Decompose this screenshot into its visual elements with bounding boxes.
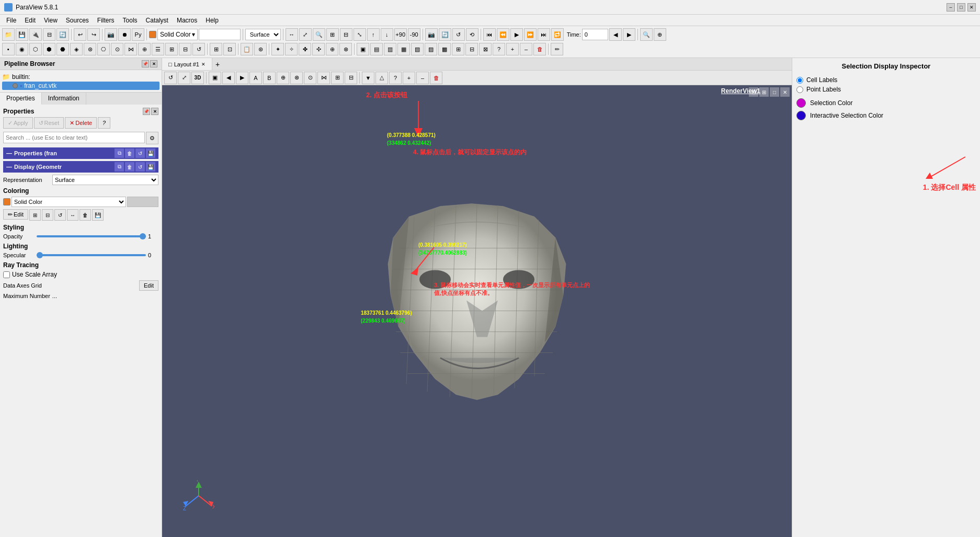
rt-delete-btn[interactable]: 🗑 <box>430 72 442 84</box>
cell-labels-radio[interactable] <box>796 77 803 84</box>
rv-split-v[interactable]: ⊞ <box>759 87 769 97</box>
pipeline-controls[interactable]: 📌 ✕ <box>142 60 157 67</box>
props-close-button[interactable]: ✕ <box>151 108 158 115</box>
tb2-select4[interactable]: ▦ <box>397 43 410 55</box>
menu-filters[interactable]: Filters <box>93 16 119 25</box>
tab-information[interactable]: Information <box>42 93 86 105</box>
coloring-icon-btn5[interactable]: 🗑 <box>79 209 91 221</box>
tb2-23[interactable]: ✣ <box>312 43 325 55</box>
rv-split-h[interactable]: ⊟ <box>749 87 758 97</box>
tb2-select12[interactable]: + <box>506 43 519 55</box>
rt-select5[interactable]: B <box>263 72 276 84</box>
tb2-pencil[interactable]: ✏ <box>551 43 563 55</box>
tb2-21[interactable]: ✧ <box>285 43 298 55</box>
maximize-button[interactable]: □ <box>957 3 965 12</box>
opacity-slider[interactable] <box>37 235 146 237</box>
time-begin[interactable]: ⏮ <box>483 28 496 41</box>
rt-2[interactable]: ⤢ <box>178 72 190 84</box>
tb2-select3[interactable]: ▥ <box>384 43 396 55</box>
display-section-toolbar[interactable]: ⧉ 🗑 ↺ 💾 <box>115 162 155 172</box>
data-axes-edit-button[interactable]: Edit <box>139 280 158 291</box>
rt-select14[interactable]: ? <box>389 72 402 84</box>
tb-btn-12[interactable]: ↓ <box>381 28 393 41</box>
menu-sources[interactable]: Sources <box>62 16 93 25</box>
representation-dropdown[interactable]: Surface <box>52 175 158 185</box>
rt-select7[interactable]: ⊗ <box>290 72 303 84</box>
display-section-delete-btn[interactable]: 🗑 <box>125 162 134 172</box>
props-section-delete-btn[interactable]: 🗑 <box>125 148 134 158</box>
props-section-save-btn[interactable]: 💾 <box>146 148 155 158</box>
menu-tools[interactable]: Tools <box>119 16 142 25</box>
props-pin-button[interactable]: 📌 <box>143 108 150 115</box>
time-play[interactable]: ▶ <box>510 28 523 41</box>
rt-select2[interactable]: ◀ <box>222 72 235 84</box>
props-section-copy-btn[interactable]: ⧉ <box>115 148 124 158</box>
edit-coloring-button[interactable]: ✏ Edit <box>3 209 28 220</box>
menu-view[interactable]: View <box>40 16 62 25</box>
search-settings-button[interactable]: ⚙ <box>146 132 158 144</box>
rt-select1[interactable]: ▣ <box>209 72 221 84</box>
tb2-14[interactable]: ⊟ <box>179 43 191 55</box>
rt-select8[interactable]: ⊙ <box>304 72 316 84</box>
display-section-copy-btn[interactable]: ⧉ <box>115 162 124 172</box>
solid-color-select[interactable]: Solid Color ▾ <box>157 29 198 40</box>
tb-btn-11[interactable]: ↑ <box>367 28 380 41</box>
time-input[interactable] <box>582 29 608 40</box>
properties-tabs[interactable]: Properties Information <box>0 93 162 105</box>
render-view-controls[interactable]: ⊟ ⊞ □ ✕ <box>749 87 790 97</box>
tb-btn-8[interactable]: ⊞ <box>326 28 339 41</box>
camera-button[interactable]: 📷 <box>425 28 438 41</box>
menu-edit[interactable]: Edit <box>20 16 40 25</box>
rt-select11[interactable]: ⊟ <box>345 72 357 84</box>
tb2-4[interactable]: ⬢ <box>43 43 55 55</box>
tb2-11[interactable]: ⊕ <box>138 43 151 55</box>
camera-btn2[interactable]: 🔄 <box>439 28 451 41</box>
rt-3d[interactable]: 3D <box>191 72 204 84</box>
rt-select9[interactable]: ⋈ <box>317 72 330 84</box>
open-file-button[interactable]: 📁 <box>2 28 15 41</box>
rt-select13[interactable]: △ <box>375 72 388 84</box>
tb2-select8[interactable]: ⊞ <box>452 43 464 55</box>
tb2-select9[interactable]: ⊟ <box>465 43 478 55</box>
pipeline-file-item[interactable]: ▪ fran_cut.vtk <box>2 82 159 90</box>
tb2-19[interactable]: ⊛ <box>254 43 267 55</box>
camera-btn3[interactable]: ↺ <box>452 28 465 41</box>
tb2-8[interactable]: ⎔ <box>97 43 110 55</box>
tb2-5[interactable]: ⬣ <box>56 43 69 55</box>
cell-labels-radio-item[interactable]: Cell Labels <box>796 75 976 85</box>
menu-catalyst[interactable]: Catalyst <box>142 16 173 25</box>
tb2-select7[interactable]: ▩ <box>438 43 451 55</box>
rt-select12[interactable]: ▼ <box>362 72 374 84</box>
empty-select[interactable] <box>199 29 241 40</box>
tb-btn-5[interactable]: ↔ <box>286 28 298 41</box>
tab-add-button[interactable]: + <box>212 59 223 70</box>
screenshot-button[interactable]: 📷 <box>105 28 117 41</box>
tb2-3[interactable]: ⬡ <box>29 43 42 55</box>
tb-btn-10[interactable]: ⤡ <box>354 28 366 41</box>
tb2-6[interactable]: ◈ <box>70 43 83 55</box>
props-panel-controls[interactable]: 📌 ✕ <box>143 108 158 115</box>
props-section-toolbar[interactable]: ⧉ 🗑 ↺ 💾 <box>115 148 155 158</box>
rv-maximize[interactable]: □ <box>770 87 779 97</box>
tb2-22[interactable]: ✤ <box>299 43 311 55</box>
apply-button[interactable]: ✓ Apply <box>3 117 33 129</box>
redo-button[interactable]: ↪ <box>87 28 100 41</box>
representation-select[interactable]: Surface <box>245 29 281 40</box>
record-button[interactable]: ⏺ <box>118 28 131 41</box>
properties-search[interactable] <box>3 132 145 143</box>
tb2-7[interactable]: ⊛ <box>84 43 96 55</box>
time-prev2[interactable]: ◀ <box>609 28 622 41</box>
menu-file[interactable]: File <box>2 16 20 25</box>
specular-slider[interactable] <box>37 254 146 256</box>
tb2-24[interactable]: ⊕ <box>326 43 338 55</box>
pipeline-builtin[interactable]: 📁 builtin: <box>2 72 159 82</box>
tb2-select6[interactable]: ▨ <box>425 43 437 55</box>
zoom-magnify[interactable]: 🔍 <box>640 28 653 41</box>
pipeline-pin-button[interactable]: 📌 <box>142 60 149 67</box>
rt-select15[interactable]: + <box>403 72 415 84</box>
visibility-eye[interactable] <box>13 83 18 88</box>
tb2-25[interactable]: ⊗ <box>339 43 352 55</box>
coloring-icon-btn2[interactable]: ⊟ <box>42 209 53 221</box>
python-button[interactable]: Py <box>132 28 144 41</box>
save-file-button[interactable]: 💾 <box>16 28 28 41</box>
